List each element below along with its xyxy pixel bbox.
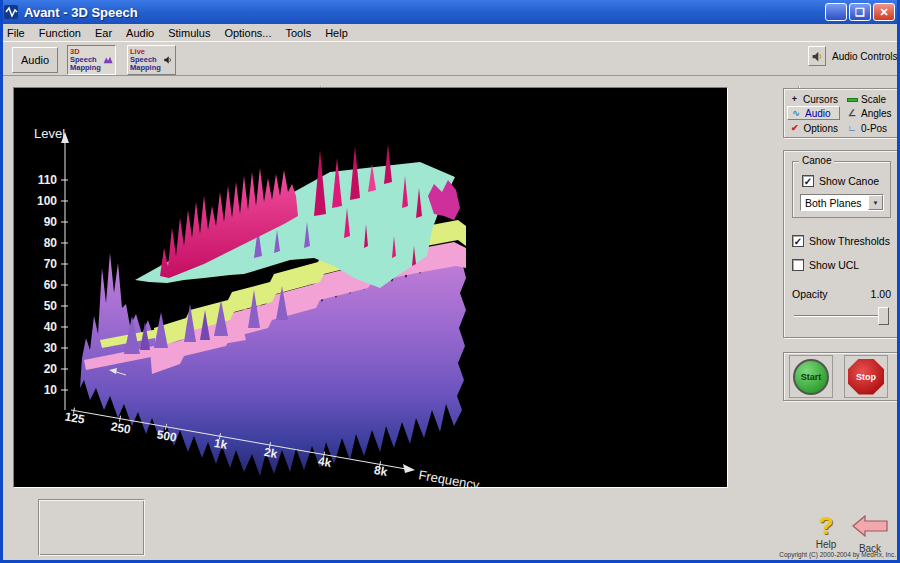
help-label: Help [810, 539, 842, 550]
cursors-button[interactable]: + Cursors [787, 92, 840, 106]
options-button[interactable]: ✔ Options [787, 121, 840, 135]
opacity-label: Opacity [792, 288, 828, 300]
show-ucl-checkbox[interactable] [792, 259, 804, 271]
menu-ear[interactable]: Ear [88, 25, 119, 41]
show-thresholds-checkbox[interactable]: ✓ [792, 235, 804, 247]
minimize-button[interactable]: _ [825, 3, 847, 21]
menu-tools[interactable]: Tools [278, 25, 318, 41]
angles-label: Angles [861, 108, 892, 119]
frequency-tick-label: 4k [317, 454, 333, 470]
audio-wave-icon: ∿ [790, 108, 802, 118]
frequency-tick-label: 8k [373, 463, 389, 479]
stop-octagon-icon: Stop [848, 359, 884, 395]
start-label: Start [801, 372, 822, 382]
planes-select[interactable]: Both Planes ▼ [800, 194, 884, 211]
show-canoe-row: ✓ Show Canoe [802, 175, 879, 187]
show-thresholds-row: ✓ Show Thresholds [792, 235, 890, 247]
canoe-groupbox: Canoe ✓ Show Canoe Both Planes ▼ [792, 161, 891, 218]
transport-panel: Start Stop [783, 352, 898, 401]
level-tick-label: 90 [44, 215, 58, 229]
zero-pos-icon: ∟ [846, 123, 858, 133]
planes-select-value: Both Planes [801, 197, 868, 209]
restore-button[interactable]: ❏ [849, 3, 871, 21]
3d-speech-mapping-button[interactable]: 3D Speech Mapping [67, 45, 116, 75]
menu-function[interactable]: Function [32, 25, 88, 41]
show-ucl-row: Show UCL [792, 259, 859, 271]
level-tick-label: 10 [44, 383, 58, 397]
menu-file[interactable]: File [0, 25, 32, 41]
view-buttons-panel: + Cursors Scale ∿ Audio ∠ Angles ✔ Optio… [783, 88, 898, 138]
back-arrow-icon[interactable] [852, 515, 888, 537]
live-speech-mapping-button[interactable]: Live Speech Mapping [127, 45, 176, 75]
angles-button[interactable]: ∠ Angles [844, 106, 896, 120]
app-window: Avant - 3D Speech _ ❏ ✕ File Function Ea… [0, 0, 900, 563]
3d-speech-mapping-label: 3D Speech Mapping [70, 48, 101, 72]
app-icon [4, 4, 20, 20]
scale-label: Scale [861, 94, 886, 105]
show-canoe-checkbox[interactable]: ✓ [802, 175, 814, 187]
status-panel [38, 499, 145, 556]
zero-pos-button[interactable]: ∟ 0-Pos [844, 121, 896, 135]
display-options-panel: Canoe ✓ Show Canoe Both Planes ▼ ✓ Show … [783, 150, 898, 338]
frequency-tick-label: 1k [213, 436, 229, 452]
level-tick-label: 70 [44, 257, 58, 271]
menu-bar: File Function Ear Audio Stimulus Options… [0, 24, 900, 41]
frequency-axis-title: Frequency [417, 467, 481, 487]
start-circle-icon: Start [793, 359, 829, 395]
dropdown-arrow-icon[interactable]: ▼ [868, 195, 883, 210]
options-label: Options [804, 123, 838, 134]
live-mapping-speaker-icon [163, 53, 173, 67]
toolbar: Audio 3D Speech Mapping Live Speech Mapp… [0, 41, 900, 76]
audio-view-button[interactable]: ∿ Audio [787, 106, 840, 120]
speech-map-3d-chart: 1101009080706050403020101252505001k2k4k8… [13, 87, 728, 488]
level-tick-label: 50 [44, 299, 58, 313]
menu-stimulus[interactable]: Stimulus [161, 25, 217, 41]
back-control[interactable]: Back [850, 515, 890, 554]
show-thresholds-label: Show Thresholds [809, 235, 890, 247]
speaker-icon [811, 50, 824, 63]
opacity-slider-track[interactable] [794, 315, 889, 317]
audio-view-label: Audio [805, 108, 831, 119]
stop-label: Stop [856, 372, 876, 382]
frequency-tick-label: 500 [156, 427, 178, 444]
opacity-value: 1.00 [861, 288, 891, 300]
restore-icon: ❏ [855, 7, 865, 18]
show-ucl-label: Show UCL [809, 259, 859, 271]
audio-toolbar-label: Audio [21, 54, 49, 66]
angles-icon: ∠ [846, 108, 858, 118]
audio-toolbar-button[interactable]: Audio [12, 47, 58, 73]
level-tick-label: 40 [44, 320, 58, 334]
scale-button[interactable]: Scale [844, 92, 896, 106]
minimize-icon: _ [833, 10, 839, 21]
options-check-icon: ✔ [789, 123, 801, 133]
scale-icon [846, 94, 858, 104]
frequency-tick-label: 125 [64, 409, 86, 426]
level-tick-label: 30 [44, 341, 58, 355]
window-title: Avant - 3D Speech [24, 5, 138, 20]
show-canoe-label: Show Canoe [819, 175, 879, 187]
copyright-text: Copyright (C) 2000-2004 by MedRx, Inc. [779, 551, 896, 558]
canoe-groupbox-title: Canoe [799, 155, 834, 166]
3d-mapping-icon [103, 53, 113, 67]
cursors-icon: + [789, 94, 800, 104]
level-tick-label: 80 [44, 236, 58, 250]
stop-button[interactable]: Stop [844, 355, 888, 398]
level-axis-title: Level [34, 126, 65, 141]
level-tick-label: 20 [44, 362, 58, 376]
menu-audio[interactable]: Audio [119, 25, 161, 41]
menu-help[interactable]: Help [318, 25, 355, 41]
close-icon: ✕ [879, 7, 888, 18]
title-bar: Avant - 3D Speech _ ❏ ✕ [0, 0, 900, 24]
start-button[interactable]: Start [789, 355, 833, 398]
opacity-slider-thumb[interactable] [878, 307, 889, 325]
surface-plot-svg: 1101009080706050403020101252505001k2k4k8… [14, 88, 727, 487]
audio-controls-button[interactable] [808, 46, 826, 66]
help-control[interactable]: ? Help [810, 515, 842, 550]
close-button[interactable]: ✕ [873, 3, 895, 21]
audio-controls-label: Audio Controls [832, 51, 898, 62]
audio-controls[interactable]: Audio Controls [808, 46, 898, 66]
frequency-axis-arrow [403, 464, 415, 473]
menu-options[interactable]: Options... [217, 25, 278, 41]
zero-pos-label: 0-Pos [861, 123, 887, 134]
help-icon[interactable]: ? [810, 515, 842, 537]
